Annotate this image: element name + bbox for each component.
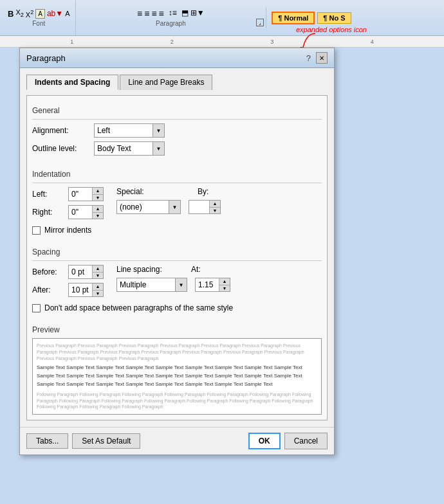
alignment-row: Alignment: Left ▼ (32, 123, 322, 138)
indentation-section-label: Indentation (32, 170, 322, 179)
left-indent-spinbox[interactable]: 0" ▲ ▼ (68, 187, 104, 201)
general-section-label: General (32, 106, 322, 115)
before-value: 0 pt (69, 267, 92, 276)
at-up[interactable]: ▲ (219, 278, 230, 285)
left-indent-down[interactable]: ▼ (93, 195, 103, 201)
outline-dropdown[interactable]: Body Text ▼ (94, 141, 165, 156)
justify-icon[interactable]: ≡ (159, 8, 164, 19)
right-indent-row: Right: 0" ▲ ▼ (32, 205, 104, 219)
ribbon-font-section: B X2 X2 A ab▼ A Font (3, 0, 76, 35)
preview-box: Previous Paragraph Previous Paragraph Pr… (32, 338, 322, 415)
ruler-marks: 1 2 3 4 (3, 39, 441, 45)
preview-sample-text: Sample Text Sample Text Sample Text Samp… (37, 364, 317, 388)
special-row: Special: By: (116, 187, 221, 196)
tabs-button[interactable]: Tabs... (26, 433, 68, 449)
by-down[interactable]: ▼ (210, 208, 220, 214)
left-indent-up[interactable]: ▲ (93, 188, 103, 195)
ruler-mark-4: 4 (371, 39, 374, 45)
shading-icon[interactable]: ⬒ (181, 8, 189, 19)
left-indent-label: Left: (32, 190, 64, 199)
cancel-button[interactable]: Cancel (284, 433, 328, 449)
at-arrows[interactable]: ▲ ▼ (219, 278, 230, 291)
at-label: At: (191, 265, 210, 274)
footer-right-buttons: OK Cancel (248, 433, 328, 449)
right-indent-spinbox[interactable]: 0" ▲ ▼ (68, 205, 104, 219)
paragraph-icons: ≡ ≡ ≡ ≡ ↕≡ ⬒ ⊞▼ (137, 8, 205, 19)
font-case-icon: A (35, 9, 45, 19)
outline-arrow-icon[interactable]: ▼ (153, 142, 164, 155)
special-value-row: (none) ▼ ▲ ▼ (116, 200, 221, 214)
ribbon-font-label: Font (32, 20, 45, 27)
font-color-icon: ab▼ (47, 9, 63, 18)
after-down[interactable]: ▼ (93, 291, 103, 297)
set-default-button[interactable]: Set As Default (72, 433, 140, 449)
before-up[interactable]: ▲ (93, 266, 103, 273)
line-spacing-icon[interactable]: ↕≡ (169, 8, 177, 19)
left-indent-value: 0" (69, 190, 92, 199)
line-spacing-dropdown[interactable]: Multiple ▼ (116, 278, 187, 292)
at-spinbox[interactable]: 1.15 ▲ ▼ (195, 278, 230, 292)
ribbon-paragraph-label: Paragraph (156, 20, 186, 27)
dont-add-space-label: Don't add space between paragraphs of th… (44, 303, 233, 312)
subscript-icon: X2 (15, 8, 23, 18)
right-indent-arrows[interactable]: ▲ ▼ (92, 206, 103, 219)
right-indent-down[interactable]: ▼ (93, 213, 103, 219)
spacing-section-label: Spacing (32, 248, 322, 256)
align-right-icon[interactable]: ≡ (151, 8, 156, 19)
font-bold-icon: B (8, 9, 14, 19)
after-up[interactable]: ▲ (93, 284, 103, 291)
special-label: Special: (116, 187, 155, 196)
left-indent-row: Left: 0" ▲ ▼ (32, 187, 104, 201)
annotation-text: expanded options icon (296, 26, 367, 33)
preview-section-label: Preview (32, 325, 322, 334)
alignment-value: Left (95, 126, 153, 135)
tab-line-page-breaks[interactable]: Line and Page Breaks (120, 75, 212, 90)
before-arrows[interactable]: ▲ ▼ (92, 266, 103, 278)
after-arrows[interactable]: ▲ ▼ (92, 284, 103, 296)
before-spinbox[interactable]: 0 pt ▲ ▼ (68, 265, 104, 279)
outline-level-row: Outline level: Body Text ▼ (32, 141, 322, 156)
borders-icon[interactable]: ⊞▼ (190, 8, 205, 19)
before-spacing-row: Before: 0 pt ▲ ▼ (32, 265, 104, 279)
outline-label: Outline level: (32, 144, 90, 153)
footer-left-buttons: Tabs... Set As Default (26, 433, 140, 449)
special-dropdown[interactable]: (none) ▼ (116, 200, 181, 214)
dont-add-space-row: Don't add space between paragraphs of th… (32, 303, 322, 312)
mirror-indents-label: Mirror indents (44, 226, 91, 235)
dont-add-space-checkbox[interactable] (32, 304, 41, 312)
right-indent-value: 0" (69, 208, 92, 217)
ruler-mark-3: 3 (270, 39, 273, 45)
at-value: 1.15 (196, 280, 219, 289)
align-center-icon[interactable]: ≡ (144, 8, 149, 19)
preview-previous-text: Previous Paragraph Previous Paragraph Pr… (37, 343, 317, 361)
at-down[interactable]: ▼ (219, 285, 230, 292)
left-indent-arrows[interactable]: ▲ ▼ (92, 188, 103, 201)
right-indent-up[interactable]: ▲ (93, 206, 103, 213)
tab-indents-spacing[interactable]: Indents and Spacing (26, 75, 118, 90)
after-spacing-row: After: 10 pt ▲ ▼ (32, 283, 104, 297)
right-indent-label: Right: (32, 208, 64, 217)
by-spinbox[interactable]: ▲ ▼ (189, 200, 221, 214)
ok-button[interactable]: OK (248, 433, 281, 449)
style-nospace-button[interactable]: ¶ No S (317, 12, 351, 24)
text-highlight-icon: A (65, 10, 69, 17)
line-spacing-value: Multiple (117, 280, 175, 289)
by-up[interactable]: ▲ (210, 201, 220, 208)
dialog-close-button[interactable]: ✕ (316, 52, 328, 64)
style-normal-button[interactable]: ¶ Normal (272, 12, 315, 24)
after-spinbox[interactable]: 10 pt ▲ ▼ (68, 283, 104, 297)
paragraph-expand-icon[interactable]: ⌟ (256, 19, 264, 26)
after-value: 10 pt (69, 285, 92, 294)
before-down[interactable]: ▼ (93, 273, 103, 279)
paragraph-dialog: Paragraph ? ✕ Indents and Spacing Line a… (19, 48, 335, 455)
line-spacing-arrow-icon[interactable]: ▼ (175, 278, 187, 291)
special-arrow-icon[interactable]: ▼ (169, 201, 180, 213)
before-label: Before: (32, 267, 64, 276)
alignment-dropdown[interactable]: Left ▼ (94, 123, 165, 138)
align-left-icon[interactable]: ≡ (137, 8, 142, 19)
after-label: After: (32, 285, 64, 294)
alignment-arrow-icon[interactable]: ▼ (153, 124, 164, 137)
by-arrows[interactable]: ▲ ▼ (209, 201, 220, 213)
dialog-help-icon[interactable]: ? (306, 53, 311, 63)
mirror-indents-checkbox[interactable] (32, 226, 41, 235)
